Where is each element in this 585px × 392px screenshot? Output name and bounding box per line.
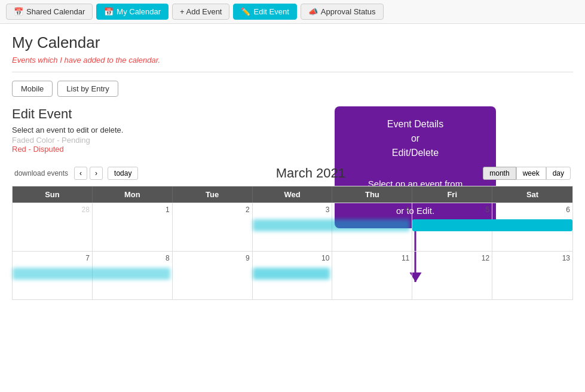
divider — [12, 72, 573, 72]
calendar-icon: 📅 — [14, 7, 23, 16]
day-num: 4 — [335, 206, 409, 214]
page-subtitle: Events which I have added to the calenda… — [12, 56, 573, 65]
header-wed: Wed — [253, 186, 333, 203]
calendar-grid: Sun Mon Tue Wed Thu Fri Sat 28 1 2 3 4 5… — [12, 186, 573, 300]
today-button[interactable]: today — [108, 167, 138, 180]
day-1[interactable]: 1 — [93, 203, 173, 251]
day-num: 7 — [15, 254, 90, 262]
day-12[interactable]: 12 — [412, 252, 492, 299]
page-content: My Calendar Events which I have added to… — [0, 24, 585, 300]
day-2[interactable]: 2 — [173, 203, 253, 251]
day-view-btn[interactable]: day — [546, 167, 571, 180]
calendar-header: Sun Mon Tue Wed Thu Fri Sat — [13, 186, 572, 203]
event-week1-1[interactable] — [253, 219, 411, 231]
nav-arrows: ‹ › today — [74, 167, 138, 180]
day-11[interactable]: 11 — [332, 252, 412, 299]
day-num: 13 — [495, 254, 570, 262]
day-num: 11 — [335, 254, 409, 262]
nav-bar: 📅 Shared Calendar 📅 My Calendar + Add Ev… — [0, 0, 585, 24]
day-28[interactable]: 28 — [13, 203, 93, 251]
view-buttons: Mobile List by Entry — [12, 81, 573, 97]
nav-my-calendar[interactable]: 📅 My Calendar — [96, 4, 169, 20]
calendar-title: March 2021 — [138, 166, 483, 181]
day-num: 12 — [415, 254, 489, 262]
event-week2-1[interactable] — [13, 268, 170, 280]
calendar-icon-2: 📅 — [104, 7, 114, 16]
event-week2-2[interactable] — [253, 268, 330, 280]
nav-shared-calendar[interactable]: 📅 Shared Calendar — [6, 4, 93, 20]
week-1: 28 1 2 3 4 5 6 — [13, 203, 572, 251]
event-week1-2[interactable] — [412, 219, 572, 231]
download-link[interactable]: download events — [14, 169, 68, 177]
day-num: 10 — [255, 254, 330, 262]
header-thu: Thu — [332, 186, 412, 203]
week-2: 7 8 9 10 11 12 13 — [13, 251, 572, 299]
day-num: 28 — [15, 206, 90, 214]
nav-edit-event[interactable]: ✏️ Edit Event — [233, 4, 296, 20]
header-mon: Mon — [93, 186, 173, 203]
nav-add-event[interactable]: + Add Event — [172, 4, 229, 20]
header-tue: Tue — [173, 186, 253, 203]
next-button[interactable]: › — [90, 167, 103, 180]
day-num: 3 — [255, 206, 330, 214]
tooltip-title: Event DetailsorEdit/Delete — [347, 117, 484, 160]
nav-approval-status[interactable]: 📣 Approval Status — [301, 4, 384, 20]
page-title: My Calendar — [12, 33, 573, 52]
day-num: 6 — [495, 206, 570, 214]
mobile-view-btn[interactable]: Mobile — [12, 81, 53, 97]
day-num: 1 — [95, 206, 170, 214]
calendar-wrapper: download events ‹ › today March 2021 mon… — [12, 166, 573, 300]
day-9[interactable]: 9 — [173, 252, 253, 299]
week-view-btn[interactable]: week — [516, 167, 546, 180]
day-num: 9 — [175, 254, 250, 262]
edit-icon: ✏️ — [241, 7, 250, 16]
header-fri: Fri — [412, 186, 492, 203]
prev-button[interactable]: ‹ — [74, 167, 87, 180]
calendar-controls: download events ‹ › today March 2021 mon… — [12, 166, 573, 181]
day-num: 8 — [95, 254, 170, 262]
header-sun: Sun — [13, 186, 93, 203]
header-sat: Sat — [492, 186, 572, 203]
list-by-entry-btn[interactable]: List by Entry — [57, 81, 118, 97]
approval-icon: 📣 — [308, 7, 318, 16]
day-num: 5 — [415, 206, 489, 214]
view-toggle: month week day — [483, 167, 571, 180]
day-num: 2 — [175, 206, 250, 214]
day-13[interactable]: 13 — [492, 252, 572, 299]
month-view-btn[interactable]: month — [483, 167, 516, 180]
